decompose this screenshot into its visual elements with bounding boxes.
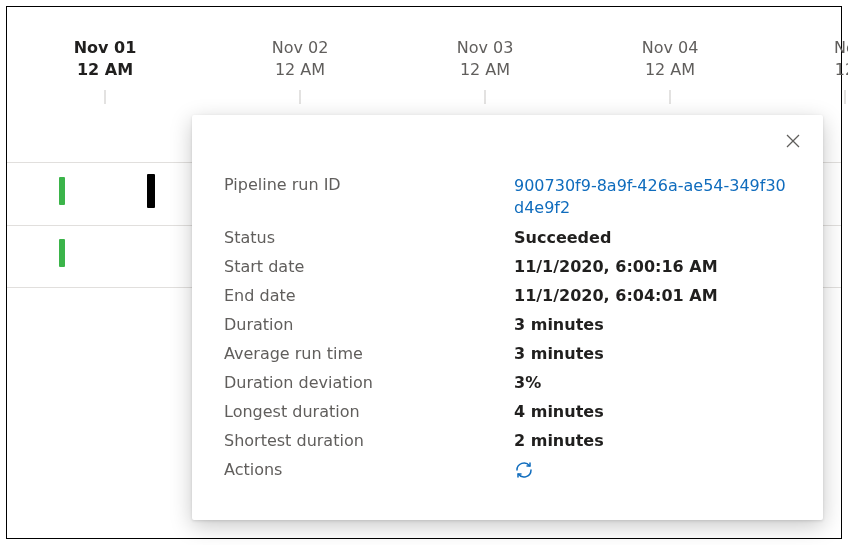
value-end-date: 11/1/2020, 6:04:01 AM [514,286,791,305]
details-grid: Pipeline run ID 900730f9-8a9f-426a-ae54-… [224,175,791,484]
label-status: Status [224,228,504,247]
close-icon [785,133,801,149]
value-status: Succeeded [514,228,791,247]
run-details-popover: Pipeline run ID 900730f9-8a9f-426a-ae54-… [192,115,823,520]
close-button[interactable] [779,127,807,155]
timeline-tick [105,90,106,104]
label-shortest-duration: Shortest duration [224,431,504,450]
value-actions [514,460,791,484]
pipeline-run-bar-selected[interactable] [147,174,155,208]
pipeline-run-bar[interactable] [59,177,65,205]
date-label-line2: 12 AM [272,59,329,81]
timeline-tick [300,90,301,104]
value-duration-deviation: 3% [514,373,791,392]
label-avg-run-time: Average run time [224,344,504,363]
rerun-button[interactable] [514,460,534,480]
value-longest-duration: 4 minutes [514,402,791,421]
date-label: Nov 0412 AM [642,37,699,80]
date-label-line1: Nov 01 [74,37,137,59]
pipeline-run-bar[interactable] [59,239,65,267]
timeline-tick [670,90,671,104]
label-pipeline-run-id: Pipeline run ID [224,175,504,218]
label-duration-deviation: Duration deviation [224,373,504,392]
date-label: Nov 0212 AM [272,37,329,80]
gantt-view-frame: Nov 0112 AMNov 0212 AMNov 0312 AMNov 041… [6,6,842,539]
value-start-date: 11/1/2020, 6:00:16 AM [514,257,791,276]
date-label-line1: Nov 02 [272,37,329,59]
label-end-date: End date [224,286,504,305]
value-avg-run-time: 3 minutes [514,344,791,363]
timeline-header: Nov 0112 AMNov 0212 AMNov 0312 AMNov 041… [7,7,841,97]
date-label: Nov 0312 AM [457,37,514,80]
date-label-line1: Nov 03 [457,37,514,59]
date-label-line2: 12 AM [74,59,137,81]
label-actions: Actions [224,460,504,484]
value-shortest-duration: 2 minutes [514,431,791,450]
date-label-line2: 12 [834,59,848,81]
timeline-tick [845,90,846,104]
label-longest-duration: Longest duration [224,402,504,421]
date-label-line2: 12 AM [457,59,514,81]
value-duration: 3 minutes [514,315,791,334]
date-label: Nov 0112 AM [74,37,137,80]
date-label-line2: 12 AM [642,59,699,81]
date-label: No12 [834,37,848,80]
label-duration: Duration [224,315,504,334]
value-pipeline-run-id[interactable]: 900730f9-8a9f-426a-ae54-349f30d4e9f2 [514,175,791,218]
date-label-line1: No [834,37,848,59]
timeline-tick [485,90,486,104]
rerun-icon [514,460,534,480]
date-label-line1: Nov 04 [642,37,699,59]
label-start-date: Start date [224,257,504,276]
